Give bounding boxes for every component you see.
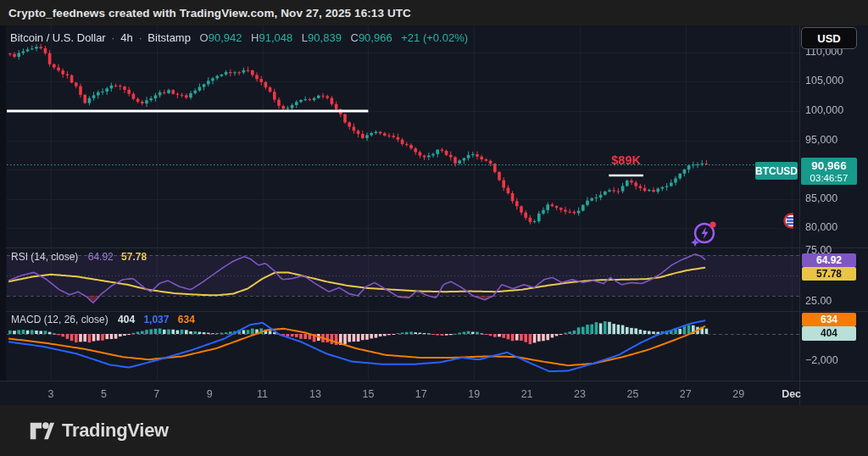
high-value: 91,048 — [259, 31, 292, 44]
price-annotation-89k[interactable]: $89K — [603, 153, 650, 167]
time-axis-label: 23 — [561, 388, 598, 400]
economic-event-flag-icon[interactable] — [783, 213, 793, 230]
close-value: 90,966 — [359, 31, 392, 44]
low-label: L — [302, 31, 308, 44]
rsi-title: RSI (14, close) — [11, 251, 78, 263]
macd-title: MACD (12, 26, close) — [11, 314, 108, 325]
tradingview-logo-icon — [29, 420, 54, 442]
symbol-price-tag: BTCUSD — [755, 162, 798, 180]
bar-countdown: 03:46:57 — [801, 174, 857, 184]
spark-ai-icon[interactable] — [688, 218, 719, 248]
macd-signal-value-box: 634 — [802, 313, 856, 326]
separator-dot: · — [108, 31, 117, 44]
time-axis-label: 9 — [191, 388, 228, 400]
rsi-header[interactable]: RSI (14, close) 64.92 57.78 — [11, 251, 147, 263]
interval-label[interactable]: 4h — [120, 31, 132, 44]
time-axis-label: 29 — [720, 388, 757, 400]
attribution-bar: Crypto_feednews created with TradingView… — [0, 0, 868, 25]
time-axis-label: 17 — [403, 388, 440, 400]
current-price-value: 90,966 — [801, 160, 857, 172]
price-axis-label: 85,000 — [805, 192, 865, 204]
time-axis-label: 11 — [244, 388, 281, 400]
time-axis-label: 13 — [297, 388, 334, 400]
rsi-ma-value: 57.78 — [121, 251, 147, 263]
macd-scale-bottom: −2,000 — [805, 354, 865, 366]
chart-widget: Bitcoin / U.S. Dollar · 4h · Bitstamp O9… — [0, 25, 868, 405]
change-value: +21 (+0.02%) — [401, 31, 468, 44]
candlestick-chart-canvas[interactable] — [0, 25, 868, 405]
tradingview-brand-text: TradingView — [62, 420, 169, 442]
macd-hist-value: 404 — [118, 314, 135, 325]
separator-dot: · — [136, 31, 144, 44]
time-axis-label: 25 — [614, 388, 651, 400]
rsi-value-box: 64.92 — [802, 253, 856, 267]
attribution-text: Crypto_feednews created with TradingView… — [8, 7, 411, 19]
rsi-value: 64.92 — [88, 251, 114, 263]
symbol-header[interactable]: Bitcoin / U.S. Dollar · 4h · Bitstamp O9… — [10, 31, 468, 44]
time-axis-label: 15 — [349, 388, 387, 400]
chart-left-gutter — [0, 25, 6, 381]
footer-bar: TradingView — [0, 405, 868, 456]
current-price-label: 90,966 03:46:57 — [801, 158, 857, 185]
open-value: 90,942 — [209, 31, 242, 44]
macd-line-value: 1,037 — [143, 314, 169, 325]
time-axis-label: Dec — [773, 388, 810, 400]
low-value: 90,839 — [308, 31, 342, 44]
time-axis-label: 19 — [455, 388, 492, 400]
open-label: O — [200, 31, 209, 44]
macd-hist-value-box: 404 — [802, 326, 856, 341]
time-axis-label: 7 — [138, 388, 175, 400]
time-axis-label: 5 — [85, 388, 122, 400]
exchange-label: Bitstamp — [147, 31, 191, 44]
price-axis-label: 100,000 — [805, 104, 865, 116]
time-axis-label: 27 — [667, 388, 704, 400]
price-axis-label: 80,000 — [805, 221, 865, 233]
rsi-scale-bottom: 25.00 — [805, 295, 865, 307]
macd-header[interactable]: MACD (12, 26, close) 404 1,037 634 — [11, 314, 195, 325]
macd-signal-value: 634 — [178, 314, 195, 325]
symbol-title[interactable]: Bitcoin / U.S. Dollar — [10, 31, 106, 44]
time-axis-label: 3 — [32, 388, 70, 400]
close-label: C — [350, 31, 358, 44]
currency-button[interactable]: USD — [801, 27, 857, 49]
price-axis-label: 95,000 — [805, 134, 865, 146]
tradingview-logo[interactable]: TradingView — [29, 420, 169, 442]
price-axis-label: 105,000 — [805, 75, 865, 86]
time-axis-label: 21 — [509, 388, 546, 400]
rsi-ma-value-box: 57.78 — [802, 267, 856, 281]
